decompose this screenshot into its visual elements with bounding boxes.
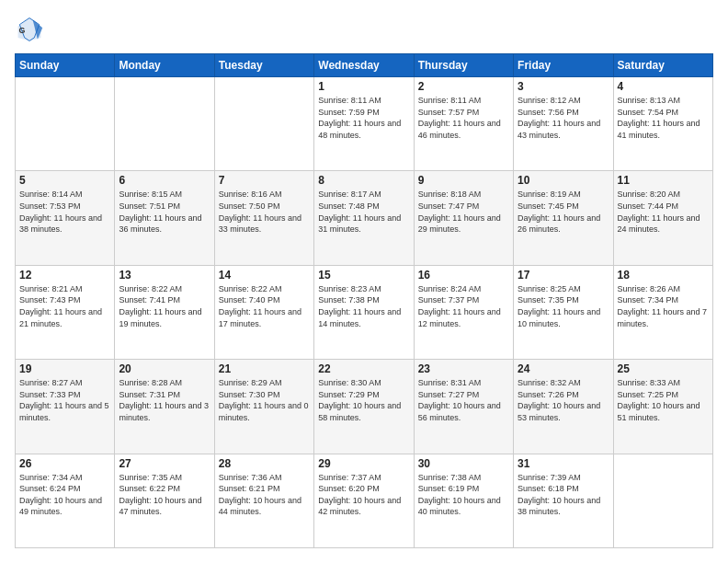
page: G SundayMondayTuesdayWednesdayThursdayFr…: [0, 0, 728, 563]
day-number: 16: [418, 269, 509, 282]
day-info: Sunrise: 8:22 AM Sunset: 7:41 PM Dayligh…: [119, 283, 210, 329]
weekday-header-row: SundayMondayTuesdayWednesdayThursdayFrid…: [16, 54, 713, 77]
day-cell: 31Sunrise: 7:39 AM Sunset: 6:18 PM Dayli…: [514, 454, 613, 547]
day-number: 17: [518, 269, 609, 282]
day-info: Sunrise: 7:34 AM Sunset: 6:24 PM Dayligh…: [19, 472, 110, 518]
day-number: 9: [418, 174, 509, 187]
day-cell: 16Sunrise: 8:24 AM Sunset: 7:37 PM Dayli…: [414, 265, 513, 359]
day-number: 22: [318, 362, 409, 375]
day-cell: [115, 77, 214, 171]
day-number: 5: [19, 174, 110, 187]
day-info: Sunrise: 8:22 AM Sunset: 7:40 PM Dayligh…: [219, 283, 310, 329]
day-cell: 13Sunrise: 8:22 AM Sunset: 7:41 PM Dayli…: [115, 265, 214, 359]
day-info: Sunrise: 8:12 AM Sunset: 7:56 PM Dayligh…: [518, 95, 609, 141]
logo-icon: G: [15, 15, 44, 44]
day-info: Sunrise: 8:23 AM Sunset: 7:38 PM Dayligh…: [318, 283, 409, 329]
day-cell: 5Sunrise: 8:14 AM Sunset: 7:53 PM Daylig…: [16, 171, 115, 265]
day-info: Sunrise: 7:38 AM Sunset: 6:19 PM Dayligh…: [418, 472, 509, 518]
day-cell: 9Sunrise: 8:18 AM Sunset: 7:47 PM Daylig…: [414, 171, 513, 265]
weekday-tuesday: Tuesday: [214, 54, 313, 77]
day-info: Sunrise: 8:33 AM Sunset: 7:25 PM Dayligh…: [618, 377, 709, 423]
day-number: 25: [618, 362, 709, 375]
day-info: Sunrise: 8:25 AM Sunset: 7:35 PM Dayligh…: [518, 283, 609, 329]
weekday-friday: Friday: [514, 54, 613, 77]
weekday-wednesday: Wednesday: [314, 54, 414, 77]
day-cell: 27Sunrise: 7:35 AM Sunset: 6:22 PM Dayli…: [115, 454, 214, 547]
week-row-0: 1Sunrise: 8:11 AM Sunset: 7:59 PM Daylig…: [16, 77, 713, 171]
day-cell: 11Sunrise: 8:20 AM Sunset: 7:44 PM Dayli…: [613, 171, 712, 265]
day-info: Sunrise: 8:30 AM Sunset: 7:29 PM Dayligh…: [318, 377, 409, 423]
week-row-4: 26Sunrise: 7:34 AM Sunset: 6:24 PM Dayli…: [16, 454, 713, 547]
day-info: Sunrise: 7:35 AM Sunset: 6:22 PM Dayligh…: [119, 472, 210, 518]
weekday-saturday: Saturday: [613, 54, 712, 77]
day-number: 2: [418, 80, 509, 93]
day-cell: 22Sunrise: 8:30 AM Sunset: 7:29 PM Dayli…: [314, 360, 414, 454]
day-number: 18: [618, 269, 709, 282]
day-number: 13: [119, 269, 210, 282]
weekday-thursday: Thursday: [414, 54, 513, 77]
day-cell: 4Sunrise: 8:13 AM Sunset: 7:54 PM Daylig…: [613, 77, 712, 171]
day-cell: [613, 454, 712, 547]
day-cell: 29Sunrise: 7:37 AM Sunset: 6:20 PM Dayli…: [314, 454, 414, 547]
day-cell: 21Sunrise: 8:29 AM Sunset: 7:30 PM Dayli…: [214, 360, 313, 454]
day-number: 4: [618, 80, 709, 93]
day-cell: [214, 77, 313, 171]
day-number: 11: [618, 174, 709, 187]
day-info: Sunrise: 8:20 AM Sunset: 7:44 PM Dayligh…: [618, 189, 709, 235]
day-info: Sunrise: 8:18 AM Sunset: 7:47 PM Dayligh…: [418, 189, 509, 235]
day-cell: 26Sunrise: 7:34 AM Sunset: 6:24 PM Dayli…: [16, 454, 115, 547]
day-number: 1: [318, 80, 409, 93]
day-info: Sunrise: 8:16 AM Sunset: 7:50 PM Dayligh…: [219, 189, 310, 235]
day-cell: 8Sunrise: 8:17 AM Sunset: 7:48 PM Daylig…: [314, 171, 414, 265]
day-info: Sunrise: 8:27 AM Sunset: 7:33 PM Dayligh…: [19, 377, 110, 423]
day-cell: 10Sunrise: 8:19 AM Sunset: 7:45 PM Dayli…: [514, 171, 613, 265]
day-cell: 3Sunrise: 8:12 AM Sunset: 7:56 PM Daylig…: [514, 77, 613, 171]
week-row-1: 5Sunrise: 8:14 AM Sunset: 7:53 PM Daylig…: [16, 171, 713, 265]
day-cell: 12Sunrise: 8:21 AM Sunset: 7:43 PM Dayli…: [16, 265, 115, 359]
day-info: Sunrise: 8:11 AM Sunset: 7:59 PM Dayligh…: [318, 95, 409, 141]
day-info: Sunrise: 7:37 AM Sunset: 6:20 PM Dayligh…: [318, 472, 409, 518]
header: G: [15, 15, 713, 44]
day-number: 21: [219, 362, 310, 375]
day-number: 7: [219, 174, 310, 187]
day-cell: 28Sunrise: 7:36 AM Sunset: 6:21 PM Dayli…: [214, 454, 313, 547]
day-number: 26: [19, 457, 110, 470]
day-info: Sunrise: 8:24 AM Sunset: 7:37 PM Dayligh…: [418, 283, 509, 329]
day-cell: 19Sunrise: 8:27 AM Sunset: 7:33 PM Dayli…: [16, 360, 115, 454]
day-cell: 20Sunrise: 8:28 AM Sunset: 7:31 PM Dayli…: [115, 360, 214, 454]
day-info: Sunrise: 7:39 AM Sunset: 6:18 PM Dayligh…: [518, 472, 609, 518]
day-cell: 14Sunrise: 8:22 AM Sunset: 7:40 PM Dayli…: [214, 265, 313, 359]
weekday-sunday: Sunday: [16, 54, 115, 77]
day-number: 3: [518, 80, 609, 93]
day-number: 20: [119, 362, 210, 375]
day-cell: 7Sunrise: 8:16 AM Sunset: 7:50 PM Daylig…: [214, 171, 313, 265]
day-info: Sunrise: 8:28 AM Sunset: 7:31 PM Dayligh…: [119, 377, 210, 423]
day-info: Sunrise: 8:17 AM Sunset: 7:48 PM Dayligh…: [318, 189, 409, 235]
day-cell: 25Sunrise: 8:33 AM Sunset: 7:25 PM Dayli…: [613, 360, 712, 454]
day-info: Sunrise: 8:31 AM Sunset: 7:27 PM Dayligh…: [418, 377, 509, 423]
day-cell: 2Sunrise: 8:11 AM Sunset: 7:57 PM Daylig…: [414, 77, 513, 171]
day-number: 8: [318, 174, 409, 187]
day-number: 24: [518, 362, 609, 375]
day-cell: 18Sunrise: 8:26 AM Sunset: 7:34 PM Dayli…: [613, 265, 712, 359]
day-cell: [16, 77, 115, 171]
day-cell: 15Sunrise: 8:23 AM Sunset: 7:38 PM Dayli…: [314, 265, 414, 359]
day-info: Sunrise: 8:19 AM Sunset: 7:45 PM Dayligh…: [518, 189, 609, 235]
svg-text:G: G: [18, 26, 25, 35]
day-number: 12: [19, 269, 110, 282]
day-info: Sunrise: 8:29 AM Sunset: 7:30 PM Dayligh…: [219, 377, 310, 423]
week-row-2: 12Sunrise: 8:21 AM Sunset: 7:43 PM Dayli…: [16, 265, 713, 359]
day-number: 27: [119, 457, 210, 470]
day-cell: 24Sunrise: 8:32 AM Sunset: 7:26 PM Dayli…: [514, 360, 613, 454]
day-number: 14: [219, 269, 310, 282]
day-cell: 17Sunrise: 8:25 AM Sunset: 7:35 PM Dayli…: [514, 265, 613, 359]
week-row-3: 19Sunrise: 8:27 AM Sunset: 7:33 PM Dayli…: [16, 360, 713, 454]
day-info: Sunrise: 8:14 AM Sunset: 7:53 PM Dayligh…: [19, 189, 110, 235]
day-number: 19: [19, 362, 110, 375]
day-number: 31: [518, 457, 609, 470]
day-number: 23: [418, 362, 509, 375]
day-info: Sunrise: 7:36 AM Sunset: 6:21 PM Dayligh…: [219, 472, 310, 518]
day-info: Sunrise: 8:32 AM Sunset: 7:26 PM Dayligh…: [518, 377, 609, 423]
day-cell: 6Sunrise: 8:15 AM Sunset: 7:51 PM Daylig…: [115, 171, 214, 265]
weekday-monday: Monday: [115, 54, 214, 77]
